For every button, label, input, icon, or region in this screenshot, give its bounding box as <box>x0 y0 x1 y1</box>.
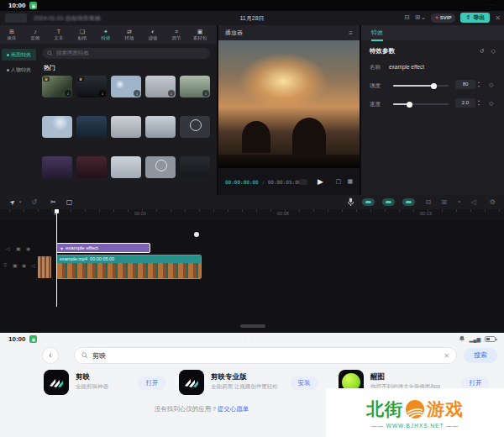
layout-panel-icon[interactable]: ⊟ <box>404 14 410 21</box>
svip-badge[interactable]: ♥ SVIP <box>431 13 455 23</box>
hide-track-eye-icon[interactable]: ◉ <box>26 245 30 251</box>
effect-name-row: 名称 example effect <box>370 64 424 71</box>
sidebar-item-character-effects[interactable]: 人物特效 <box>2 64 36 76</box>
battery-icon <box>485 336 496 342</box>
layout-panel-2-icon[interactable]: ⊞⌄ <box>415 14 426 21</box>
search-button[interactable]: 搜索 <box>464 348 497 363</box>
keyframe-diamond-icon[interactable]: ◇ <box>489 100 493 107</box>
effect-thumbnail[interactable]: ↓炫光开幕 <box>111 76 141 97</box>
freeze-frame-icon[interactable]: ▢ <box>66 199 73 206</box>
tab-adjust[interactable]: ≡调节 <box>165 29 188 40</box>
close-icon[interactable]: ✕ <box>495 14 501 22</box>
adjust-icon: ≡ <box>175 29 178 34</box>
tab-filter[interactable]: ◐滤镜 <box>141 29 165 40</box>
auto-scroll-toggle[interactable] <box>402 198 415 206</box>
effect-thumbnail[interactable]: 轻微放大 <box>111 116 141 138</box>
effect-thumbnail[interactable]: 城市夜景 <box>76 116 107 138</box>
effects-search-input[interactable]: 搜索画面特效 <box>42 48 210 59</box>
tab-media[interactable]: ⊞媒体 <box>0 29 24 40</box>
intensity-value[interactable]: 80 <box>455 80 475 89</box>
effects-icon: ✦ <box>103 29 108 34</box>
inspector-panel: 特效 特效参数 ↺ ◇ 名称 example effect 强度 80 ▴▾ ◇ <box>361 25 504 195</box>
vip-crown-icon: ♛ <box>77 76 84 82</box>
split-view-icon[interactable]: ⊟ <box>425 199 431 206</box>
store-search-input[interactable]: 剪映 ✕ <box>74 347 457 364</box>
drag-handle-dot[interactable] <box>194 232 199 237</box>
intensity-slider[interactable] <box>393 85 449 87</box>
timeline-panel: ➤ ▾ ↺ ✂ ▢ ⊟ ⊞ ◔ ◁ ⚙ 0 00:03 00:08 0 <box>0 195 504 333</box>
video-clip-header: example.mp4 00:00:05:00 <box>57 255 201 263</box>
fullscreen-icon[interactable]: ▢ <box>335 178 341 185</box>
video-clip-filmstrip <box>57 263 201 279</box>
chevron-down-icon[interactable]: ▾ <box>19 200 22 204</box>
tab-audio[interactable]: ♪音频 <box>24 29 47 40</box>
tab-text[interactable]: T文本 <box>47 29 71 40</box>
timer-icon[interactable]: ◔ <box>457 199 461 206</box>
effect-thumbnail[interactable]: 镜头光斑 <box>145 156 176 178</box>
effect-thumbnail[interactable]: 渐渐模糊 <box>180 116 210 138</box>
hide-track-eye-icon[interactable]: ◉ <box>22 262 26 268</box>
speed-badge[interactable] <box>299 179 307 185</box>
open-button[interactable]: 打开 <box>138 376 166 390</box>
speed-value[interactable]: 2.0 <box>455 98 475 108</box>
player-controls: 00:00:00:00 / 00:00:05:00 ▶ ▢ ▦ <box>218 168 360 195</box>
wishlist-link[interactable]: 提交心愿单 <box>218 405 249 413</box>
effect-thumbnail[interactable]: 热血少年 <box>76 156 107 178</box>
stepper-icon[interactable]: ▴▾ <box>478 80 480 88</box>
tab-effect-params[interactable]: 特效 <box>371 29 383 41</box>
speaker-icon[interactable]: ◁ <box>471 199 476 206</box>
video-preview[interactable] <box>218 40 360 168</box>
timeline-settings-gear-icon[interactable]: ⚙ <box>490 199 496 206</box>
app-result-capcut-pro[interactable]: 剪映专业版 全能易用 让视频创作更轻松 安装 <box>179 370 318 397</box>
effect-thumbnail[interactable]: ↓夏日风铃 <box>180 76 210 97</box>
mute-track-icon[interactable]: ◁ <box>31 262 35 268</box>
param-speed: 速度 2.0 ▴▾ ◇ <box>370 99 497 109</box>
tab-sticker[interactable]: ❏贴纸 <box>71 29 94 40</box>
keyframe-diamond-icon[interactable]: ◇ <box>491 48 496 55</box>
effect-thumbnail[interactable]: 复古录制 <box>180 156 210 178</box>
timeline-scrollbar[interactable] <box>240 324 265 328</box>
effect-thumbnail[interactable]: ♛↓胶片开幕 <box>76 76 107 97</box>
effect-clip[interactable]: ✦ example effect <box>56 243 150 253</box>
lock-track-icon[interactable]: ▣ <box>13 262 18 268</box>
cover-thumbnail-button[interactable] <box>38 256 51 278</box>
video-clip[interactable]: example.mp4 00:00:05:00 <box>56 255 202 279</box>
speed-slider[interactable] <box>393 103 449 105</box>
mute-track-icon[interactable]: ◁ <box>6 245 10 251</box>
snap-toggle[interactable] <box>362 198 375 206</box>
tab-material-pack[interactable]: ▣素材包 <box>188 29 212 40</box>
install-button[interactable]: 安装 <box>290 376 318 390</box>
tab-transition[interactable]: ⇄转场 <box>118 29 141 40</box>
linkage-icon[interactable]: ⊞ <box>441 199 447 206</box>
effect-name-value: example effect <box>389 64 424 71</box>
effect-thumbnail[interactable]: 暗夜蝶舞 <box>42 156 72 178</box>
sidebar-item-scene-effects[interactable]: 画面特效 <box>2 49 36 61</box>
effect-thumbnail[interactable]: ♛↓自然旅拍 <box>42 76 72 97</box>
tab-effects[interactable]: ✦特效 <box>94 29 118 40</box>
microphone-icon[interactable] <box>347 197 354 207</box>
player-menu-icon[interactable]: ≡ <box>349 29 353 37</box>
back-button[interactable]: ‹ <box>42 347 59 364</box>
stepper-icon[interactable]: ▴▾ <box>478 98 480 107</box>
keyframe-diamond-icon[interactable]: ◇ <box>489 82 493 88</box>
effect-thumbnail[interactable]: ↓模糊 <box>145 76 176 97</box>
playhead[interactable] <box>56 209 57 307</box>
effect-thumbnail[interactable]: 胶片闪烁 <box>145 116 176 138</box>
export-button[interactable]: ⇧ 导出 <box>460 13 490 23</box>
app-result-capcut[interactable]: 剪映 全能剪辑神器 打开 <box>44 370 166 397</box>
split-scissors-icon[interactable]: ✂ <box>50 199 56 206</box>
undo-icon[interactable]: ↺ <box>31 199 37 206</box>
select-cursor-icon[interactable]: ➤ <box>8 197 17 206</box>
link-preview-toggle[interactable] <box>382 198 395 206</box>
player-header: 播放器 ≡ <box>218 25 360 40</box>
effect-thumbnail[interactable]: 清晰对焦 <box>111 156 141 178</box>
effect-thumbnail[interactable]: 星光绽放 <box>42 116 72 138</box>
play-button[interactable]: ▶ <box>318 177 323 186</box>
reset-icon[interactable]: ↺ <box>480 48 485 55</box>
timecode: 00:00:00:00 / 00:00:05:00 <box>225 179 301 185</box>
drag-handle-icon[interactable]: ⠿ <box>3 262 7 268</box>
lock-track-icon[interactable]: ▣ <box>16 245 21 251</box>
download-icon: ↓ <box>134 90 140 97</box>
clear-search-icon[interactable]: ✕ <box>444 352 449 360</box>
ratio-grid-icon[interactable]: ▦ <box>347 178 353 185</box>
